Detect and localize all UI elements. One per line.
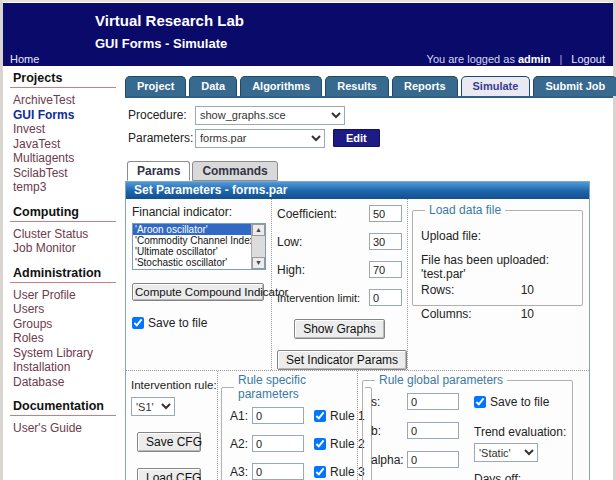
parameters-select[interactable]: forms.par [195, 129, 325, 148]
set-indicator-params-button[interactable]: Set Indicator Params [277, 350, 407, 370]
sidebar-item-job-monitor[interactable]: Job Monitor [10, 241, 122, 256]
tab-project[interactable]: Project [125, 76, 186, 96]
intervention-rule-column: Intervention rule: 'S1' Save CFG Load CF… [126, 371, 218, 480]
sidebar-item-user-profile[interactable]: User Profile [10, 288, 122, 303]
tab-data[interactable]: Data [189, 76, 237, 96]
tab-reports[interactable]: Reports [392, 76, 458, 96]
params-subtabs: Params Commands [127, 161, 613, 181]
trend-evaluation-label: Trend evaluation: [474, 425, 566, 439]
sidebar-item-gui-forms[interactable]: GUI Forms [10, 108, 122, 123]
low-input[interactable] [369, 233, 402, 250]
page-header: Virtual Research Lab GUI Forms - Simulat… [3, 3, 613, 66]
intervention-limit-input[interactable] [369, 289, 402, 306]
sidebar-item-invest[interactable]: Invest [10, 122, 122, 137]
sidebar-item-temp3[interactable]: temp3 [10, 180, 122, 195]
subtab-params[interactable]: Params [127, 161, 190, 181]
alpha-input[interactable] [407, 451, 459, 468]
coefficient-label: Coefficient: [277, 207, 337, 221]
procedure-label: Procedure: [128, 108, 195, 122]
alpha-label: alpha: [371, 453, 407, 467]
tab-algorithms[interactable]: Algorithms [240, 76, 322, 96]
sidebar-item-archivetest[interactable]: ArchiveTest [10, 93, 122, 108]
sidebar-item-users-guide[interactable]: User's Guide [10, 421, 122, 436]
intervention-rule-label: Intervention rule: [131, 379, 215, 391]
coefficient-input[interactable] [369, 205, 402, 222]
tab-results[interactable]: Results [325, 76, 389, 96]
financial-indicator-label: Financial indicator: [132, 205, 267, 219]
rows-line: Rows: 10 [421, 283, 574, 297]
show-graphs-button[interactable]: Show Graphs [294, 319, 385, 339]
logged-in-text: You are logged as admin [427, 53, 551, 65]
coefficients-column: Coefficient: Low: High: Intervention lim… [272, 199, 408, 370]
sidebar-item-multiagents[interactable]: Multiagents [10, 151, 122, 166]
global-save-row: Save to file [474, 395, 566, 409]
save-to-file-row: Save to file [132, 316, 267, 330]
load-data-column: Load data file Upload file: File has bee… [408, 199, 589, 370]
edit-button[interactable]: Edit [333, 129, 380, 147]
financial-indicator-column: Financial indicator: 'Aroon oscillator' … [126, 199, 272, 370]
tab-submit-job[interactable]: Submit Job [533, 76, 616, 96]
sidebar-heading-computing: Computing [10, 205, 116, 222]
procedure-form: Procedure: show_graphs.sce Parameters: f… [128, 105, 613, 148]
intervention-rule-select[interactable]: 'S1' [131, 397, 175, 416]
sidebar-item-database[interactable]: Database [10, 375, 122, 390]
s-input[interactable] [407, 393, 459, 410]
rule-specific-legend: Rule specific parameters [234, 373, 365, 401]
trend-evaluation-select[interactable]: 'Static' [474, 443, 538, 462]
rule-specific-fieldset: Rule specific parameters A1: Rule 1 A2: [221, 373, 372, 480]
a3-input[interactable] [252, 463, 304, 480]
a1-label: A1: [230, 409, 252, 423]
sidebar-heading-projects: Projects [10, 71, 116, 88]
listbox-option-stochastic[interactable]: 'Stochastic oscillator' [133, 257, 251, 268]
days-off-label: Days off: [474, 472, 566, 480]
intervention-limit-label: Intervention limit: [277, 292, 360, 304]
logout-link[interactable]: Logout [571, 53, 605, 65]
sidebar-item-cluster-status[interactable]: Cluster Status [10, 227, 122, 242]
username: admin [518, 53, 550, 65]
rule3-checkbox[interactable] [314, 466, 326, 478]
app-title: Virtual Research Lab [95, 12, 244, 29]
tab-simulate[interactable]: Simulate [461, 76, 531, 96]
sidebar-item-installation[interactable]: Installation [10, 360, 122, 375]
uploaded-status-text: File has been uploaded: 'test.par' [421, 253, 574, 281]
rule1-checkbox[interactable] [314, 410, 326, 422]
scroll-up-icon[interactable]: ▲ [252, 224, 265, 236]
low-label: Low: [277, 235, 302, 249]
load-data-fieldset: Load data file Upload file: File has bee… [412, 203, 583, 306]
sidebar-item-roles[interactable]: Roles [10, 331, 122, 346]
sidebar-item-javatest[interactable]: JavaTest [10, 137, 122, 152]
a2-input[interactable] [252, 435, 304, 452]
sidebar-item-scilabtest[interactable]: ScilabTest [10, 166, 122, 181]
load-cfg-button[interactable]: Load CFG [137, 468, 201, 480]
listbox-scrollbar[interactable]: ▲ ▼ [251, 224, 265, 269]
page-title: GUI Forms - Simulate [95, 36, 227, 51]
high-label: High: [277, 263, 305, 277]
a3-label: A3: [230, 465, 252, 479]
listbox-option-ultimate[interactable]: 'Ultimate oscillator' [133, 246, 251, 257]
sidebar-item-users[interactable]: Users [10, 302, 122, 317]
procedure-select[interactable]: show_graphs.sce [195, 106, 345, 125]
rule2-checkbox[interactable] [314, 438, 326, 450]
listbox-option-aroon[interactable]: 'Aroon oscillator' [133, 224, 251, 235]
financial-indicator-listbox[interactable]: 'Aroon oscillator' 'Commodity Channel In… [132, 223, 266, 270]
global-save-checkbox[interactable] [474, 396, 486, 408]
sidebar-item-system-library[interactable]: System Library [10, 346, 122, 361]
listbox-option-cci[interactable]: 'Commodity Channel Index' [133, 235, 251, 246]
columns-line: Columns: 10 [421, 307, 574, 321]
a1-input[interactable] [252, 407, 304, 424]
a2-label: A2: [230, 437, 252, 451]
set-parameters-panel: Set Parameters - forms.par Financial ind… [125, 181, 590, 480]
home-link[interactable]: Home [10, 53, 39, 65]
save-cfg-button[interactable]: Save CFG [137, 432, 201, 452]
compute-compound-indicator-button[interactable]: Compute Compound Indicator [132, 283, 264, 301]
scroll-down-icon[interactable]: ▼ [252, 257, 265, 269]
columns-value: 10 [521, 307, 574, 321]
parameters-label: Parameters: [128, 131, 195, 145]
subtab-commands[interactable]: Commands [192, 161, 277, 181]
sidebar-item-groups[interactable]: Groups [10, 317, 122, 332]
save-to-file-checkbox[interactable] [132, 317, 144, 329]
separator: | [559, 53, 562, 65]
panel-top-section: Financial indicator: 'Aroon oscillator' … [126, 199, 589, 371]
b-input[interactable] [407, 422, 459, 439]
high-input[interactable] [369, 261, 402, 278]
